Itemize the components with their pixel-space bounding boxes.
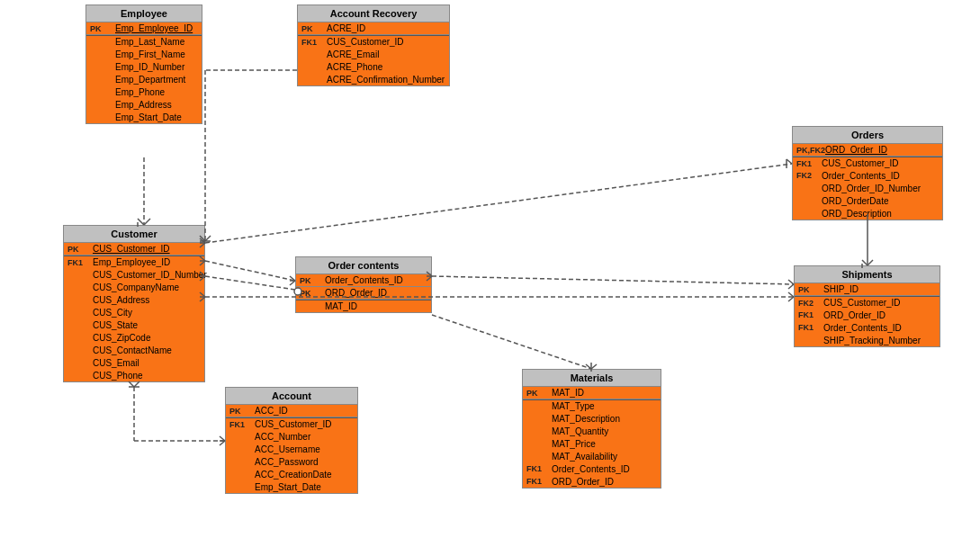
svg-line-7 <box>205 236 211 241</box>
entity-account-recovery: Account Recovery PK ACRE_ID FK1CUS_Custo… <box>297 4 450 86</box>
svg-line-33 <box>432 276 794 284</box>
erd-canvas: { "entities": { "employee": { "title": "… <box>0 0 980 538</box>
svg-line-9 <box>205 261 295 281</box>
svg-line-2 <box>144 219 150 225</box>
materials-title: Materials <box>523 370 661 387</box>
svg-line-1 <box>138 219 144 225</box>
entity-account: Account PK ACC_ID FK1CUS_Customer_ID ACC… <box>225 387 358 494</box>
entity-customer: Customer PK CUS_Customer_ID FK1Emp_Emplo… <box>63 225 205 382</box>
customer-title: Customer <box>64 226 204 243</box>
entity-materials: Materials PK MAT_ID MAT_Type MAT_Descrip… <box>522 369 661 489</box>
svg-line-21 <box>205 164 792 243</box>
order-contents-title: Order contents <box>296 257 431 274</box>
entity-shipments: Shipments PK SHIP_ID FK2CUS_Customer_ID … <box>794 265 940 347</box>
account-recovery-title: Account Recovery <box>298 5 449 22</box>
orders-title: Orders <box>793 127 942 144</box>
svg-line-39 <box>432 315 591 369</box>
entity-orders: Orders PK,FK2 ORD_Order_ID FK1CUS_Custom… <box>792 126 943 220</box>
employee-pk-row: PK Emp_Employee_ID <box>86 22 202 35</box>
entity-order-contents: Order contents PK Order_Contents_ID PK O… <box>295 256 432 313</box>
employee-title: Employee <box>86 5 202 22</box>
shipments-title: Shipments <box>795 266 940 283</box>
svg-line-16 <box>205 276 295 290</box>
account-title: Account <box>226 388 357 405</box>
entity-employee: Employee PK Emp_Employee_ID Emp_Last_Nam… <box>85 4 202 124</box>
